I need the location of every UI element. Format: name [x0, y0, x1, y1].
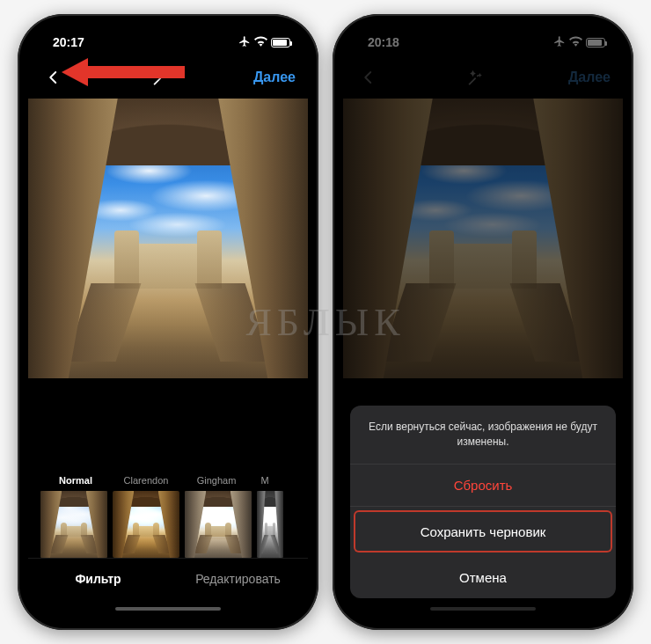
editor-nav-bar: Далее: [28, 60, 308, 95]
photo-content: [28, 99, 308, 378]
status-time: 20:17: [53, 35, 84, 49]
phone-right: 20:18 Далее: [333, 14, 633, 630]
filter-label-partial: M: [252, 475, 278, 486]
next-button[interactable]: Далее: [253, 70, 296, 85]
sheet-message: Если вернуться сейчас, изображения не бу…: [350, 406, 616, 465]
filter-label-gingham: Gingham: [181, 475, 252, 486]
magic-wand-button[interactable]: [147, 64, 173, 91]
action-sheet: Если вернуться сейчас, изображения не бу…: [350, 406, 616, 598]
tab-filter[interactable]: Фильтр: [28, 559, 168, 598]
sheet-discard-button[interactable]: Сбросить: [350, 465, 616, 507]
sheet-cancel-button[interactable]: Отмена: [350, 556, 616, 598]
filter-thumb-normal[interactable]: [40, 491, 107, 558]
filter-thumb-gingham[interactable]: [185, 491, 252, 558]
notch: [98, 25, 238, 48]
filter-thumb-partial[interactable]: [257, 491, 283, 558]
filter-label-clarendon: Clarendon: [111, 475, 181, 486]
filter-thumbs[interactable]: [28, 491, 308, 558]
home-indicator[interactable]: [28, 598, 308, 619]
sheet-save-draft-button[interactable]: Сохранить черновик: [354, 510, 612, 553]
tab-edit[interactable]: Редактировать: [168, 559, 308, 598]
battery-icon: [271, 38, 290, 48]
mode-tabs: Фильтр Редактировать: [28, 558, 308, 598]
phone-left: 20:17 Далее: [18, 14, 318, 630]
filter-strip: Normal Clarendon Gingham M: [28, 378, 308, 558]
wifi-icon: [254, 35, 267, 49]
back-button[interactable]: [40, 64, 67, 91]
filter-label-normal: Normal: [40, 475, 111, 486]
filter-thumb-clarendon[interactable]: [113, 491, 179, 558]
notch: [413, 25, 553, 48]
airplane-icon: [238, 35, 251, 50]
photo-preview[interactable]: [28, 99, 308, 378]
